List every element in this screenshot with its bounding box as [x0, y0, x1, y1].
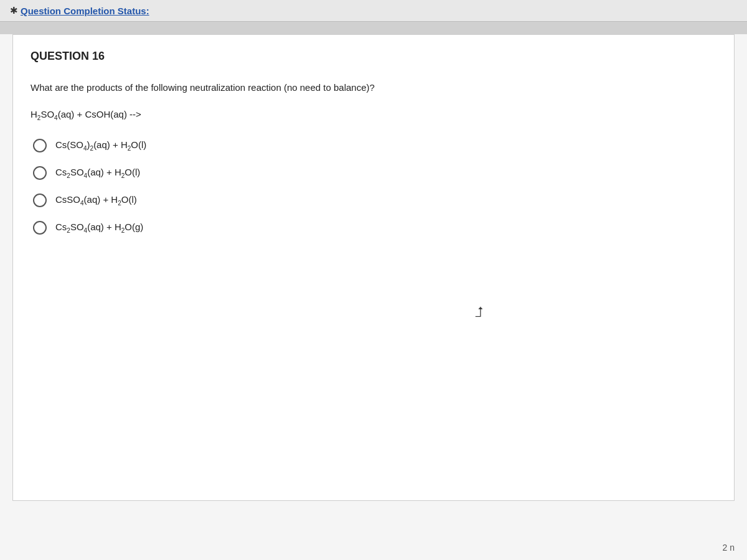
question-text: What are the products of the following n… [31, 80, 716, 95]
main-content: QUESTION 16 What are the products of the… [0, 34, 747, 560]
radio-c[interactable] [33, 194, 47, 207]
option-a-label: Cs(SO4)2(aq) + H2O(l) [55, 139, 146, 152]
top-bar: ✱ Question Completion Status: [0, 0, 747, 22]
answer-options: Cs(SO4)2(aq) + H2O(l) Cs2SO4(aq) + H2O(l… [33, 139, 716, 235]
option-a[interactable]: Cs(SO4)2(aq) + H2O(l) [33, 139, 716, 152]
question-number: QUESTION 16 [31, 50, 716, 63]
option-d-label: Cs2SO4(aq) + H2O(g) [55, 222, 143, 234]
reaction-equation: H2SO4(aq) + CsOH(aq) --> [31, 109, 716, 121]
radio-d[interactable] [33, 221, 47, 235]
radio-a[interactable] [33, 139, 47, 152]
option-c-label: CsSO4(aq) + H2O(l) [55, 194, 137, 207]
option-c[interactable]: CsSO4(aq) + H2O(l) [33, 194, 716, 207]
option-d[interactable]: Cs2SO4(aq) + H2O(g) [33, 221, 716, 235]
option-b[interactable]: Cs2SO4(aq) + H2O(l) [33, 166, 716, 180]
asterisk-icon: ✱ [10, 5, 18, 16]
question-box: QUESTION 16 What are the products of the… [12, 34, 735, 501]
completion-status-title: Question Completion Status: [21, 6, 149, 16]
option-b-label: Cs2SO4(aq) + H2O(l) [55, 167, 140, 179]
page-indicator: 2 n [723, 543, 735, 553]
radio-b[interactable] [33, 166, 47, 180]
